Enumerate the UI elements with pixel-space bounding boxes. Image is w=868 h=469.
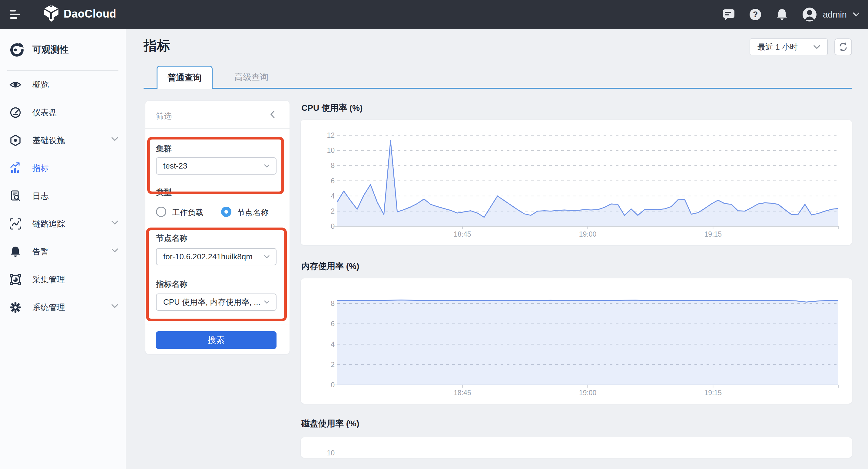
hexagon-infra-icon [9, 134, 22, 146]
page-title: 指标 [144, 37, 170, 55]
sidebar-item-overview[interactable]: 概览 [0, 71, 126, 99]
collect-frame-icon [9, 273, 22, 286]
chevron-down-icon [813, 45, 820, 49]
observability-pie-icon [9, 41, 25, 58]
time-range-select[interactable]: 最近 1 小时 [750, 38, 828, 55]
cluster-select[interactable]: test-23 [156, 157, 277, 175]
user-name: admin [823, 10, 847, 20]
cpu-chart-title: CPU 使用率 (%) [301, 102, 363, 114]
svg-text:2: 2 [331, 207, 335, 215]
svg-text:19:15: 19:15 [704, 230, 722, 238]
filter-title: 筛选 [156, 111, 172, 121]
chevron-down-icon [111, 220, 118, 226]
cluster-label: 集群 [156, 143, 172, 154]
collapse-panel-icon[interactable] [270, 110, 277, 118]
divider [145, 128, 289, 129]
metric-name-label: 指标名称 [156, 279, 187, 290]
svg-text:12: 12 [327, 131, 335, 139]
help-icon[interactable]: ? [749, 8, 762, 21]
svg-text:2: 2 [331, 361, 335, 369]
svg-text:18:45: 18:45 [454, 389, 471, 397]
type-radio-group: 工作负载 节点名称 [156, 207, 280, 217]
metric-name-select-value: CPU 使用率, 内存使用率, ... [163, 297, 264, 307]
sidebar-product-label: 可观测性 [32, 43, 69, 56]
metrics-chart-icon [9, 162, 22, 174]
type-label: 类型 [156, 187, 172, 198]
chevron-down-icon [264, 300, 270, 304]
svg-text:19:00: 19:00 [579, 230, 597, 238]
node-name-select-value: for-10.6.202.241huilk8qm [163, 252, 264, 261]
radio-node-name[interactable] [221, 207, 231, 217]
sidebar: 可观测性 概览 [0, 29, 126, 469]
memory-usage-chart[interactable]: 0246818:4519:0019:15 [301, 278, 852, 404]
eye-icon [9, 79, 22, 91]
refresh-icon [838, 41, 848, 52]
radio-workload-label[interactable]: 工作负载 [172, 207, 204, 218]
sidebar-item-collection[interactable]: 采集管理 [0, 266, 126, 294]
svg-text:18:45: 18:45 [454, 230, 471, 238]
metric-name-select[interactable]: CPU 使用率, 内存使用率, ... [156, 294, 277, 311]
user-menu[interactable]: admin [802, 7, 860, 22]
gear-icon [9, 301, 22, 313]
daocloud-console: DaoCloud ? [0, 0, 868, 469]
sidebar-item-system[interactable]: 系统管理 [0, 294, 126, 321]
notification-bell-icon[interactable] [776, 8, 788, 21]
tab-advanced-query[interactable]: 高级查询 [226, 66, 277, 89]
svg-text:6: 6 [331, 320, 335, 328]
svg-text:19:15: 19:15 [704, 389, 722, 397]
memory-chart-title: 内存使用率 (%) [301, 261, 359, 272]
chevron-down-icon [264, 255, 270, 259]
divider [145, 324, 289, 324]
chevron-down-icon [264, 164, 270, 168]
sidebar-product: 可观测性 [0, 29, 126, 70]
radio-workload[interactable] [156, 207, 166, 217]
sidebar-nav: 概览 仪表盘 基础设施 [0, 71, 126, 321]
svg-text:8: 8 [331, 300, 335, 307]
top-bar-actions: ? admin [722, 0, 860, 29]
gauge-icon [9, 106, 22, 119]
top-bar: DaoCloud ? [0, 0, 868, 29]
node-name-select[interactable]: for-10.6.202.241huilk8qm [156, 248, 277, 265]
refresh-button[interactable] [834, 38, 852, 55]
svg-text:10: 10 [327, 146, 335, 154]
log-search-icon [9, 190, 22, 202]
tab-normal-query[interactable]: 普通查询 [157, 66, 213, 89]
cpu-usage-chart[interactable]: 02468101218:4519:0019:15 [301, 120, 852, 245]
sidebar-item-alerts[interactable]: 告警 [0, 238, 126, 266]
filter-panel: 筛选 集群 test-23 类型 工作负载 节点名称 节点名称 for-10.6… [145, 101, 289, 354]
svg-text:?: ? [753, 10, 758, 19]
chevron-down-icon [111, 248, 118, 254]
message-icon[interactable] [722, 8, 735, 21]
search-button[interactable]: 搜索 [156, 331, 277, 349]
chevron-down-icon [853, 12, 860, 16]
svg-text:10: 10 [327, 449, 335, 457]
disk-usage-chart[interactable]: 10 [301, 437, 852, 458]
chevron-down-icon [111, 304, 118, 309]
memory-chart-card: 0246818:4519:0019:15 [301, 278, 852, 404]
sidebar-item-metrics[interactable]: 指标 [0, 154, 126, 182]
daocloud-logo-icon [42, 4, 60, 24]
disk-chart-card: 10 [301, 437, 852, 458]
svg-text:6: 6 [331, 177, 335, 185]
cluster-select-value: test-23 [163, 161, 264, 171]
svg-text:19:00: 19:00 [579, 389, 597, 397]
brand: DaoCloud [42, 4, 116, 24]
node-name-label: 节点名称 [156, 233, 187, 243]
disk-chart-title: 磁盘使用率 (%) [301, 418, 359, 429]
radio-node-name-label[interactable]: 节点名称 [237, 207, 269, 218]
brand-name: DaoCloud [64, 7, 116, 20]
sidebar-item-logs[interactable]: 日志 [0, 182, 126, 210]
menu-icon[interactable] [10, 10, 22, 20]
sidebar-item-infrastructure[interactable]: 基础设施 [0, 127, 126, 154]
cpu-chart-card: 02468101218:4519:0019:15 [301, 120, 852, 245]
alert-bell-icon [9, 246, 22, 258]
time-range-value: 最近 1 小时 [757, 42, 813, 52]
svg-text:4: 4 [331, 340, 335, 348]
avatar-icon [802, 7, 817, 22]
svg-text:8: 8 [331, 162, 335, 169]
svg-text:4: 4 [331, 192, 335, 200]
sidebar-item-dashboard[interactable]: 仪表盘 [0, 99, 126, 127]
sidebar-item-tracing[interactable]: 链路追踪 [0, 210, 126, 238]
chevron-down-icon [111, 137, 118, 142]
trace-scan-icon [9, 218, 22, 230]
